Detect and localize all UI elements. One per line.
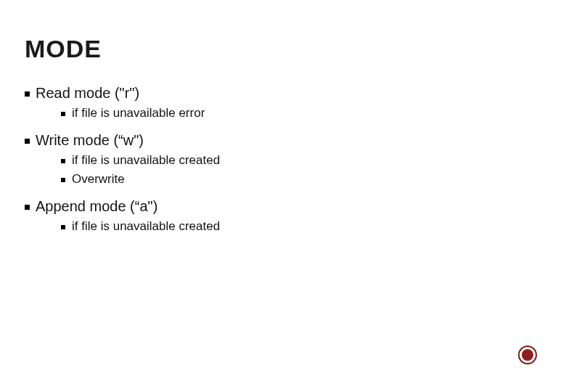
list-subitem-label: if file is unavailable created (72, 219, 220, 234)
list-subitem: Overwrite (61, 172, 541, 187)
list-subitem-label: if file is unavailable error (72, 106, 205, 121)
list-item-label: Write mode (“w") (36, 132, 144, 149)
list-item-label: Append mode (“a") (36, 198, 157, 215)
bullet-icon (61, 159, 65, 163)
page-title: MODE (25, 35, 541, 63)
list-subitem: if file is unavailable created (61, 219, 541, 234)
list-item: Write mode (“w") (25, 132, 541, 149)
bullet-icon (25, 91, 30, 97)
bullet-icon (61, 112, 65, 116)
list-item-label: Read mode ("r") (36, 85, 139, 102)
list-subitem: if file is unavailable created (61, 153, 541, 168)
list-item: Read mode ("r") (25, 85, 541, 102)
bullet-icon (61, 178, 65, 182)
slide: MODE Read mode ("r") if file is unavaila… (0, 0, 566, 392)
list-item: Append mode (“a") (25, 198, 541, 215)
bullet-icon (61, 225, 65, 229)
bullet-icon (25, 205, 30, 210)
decorative-circle-icon (518, 346, 537, 364)
list-subitem: if file is unavailable error (61, 106, 541, 121)
list-subitem-label: Overwrite (72, 172, 125, 187)
bullet-icon (25, 139, 30, 144)
list-subitem-label: if file is unavailable created (72, 153, 220, 168)
